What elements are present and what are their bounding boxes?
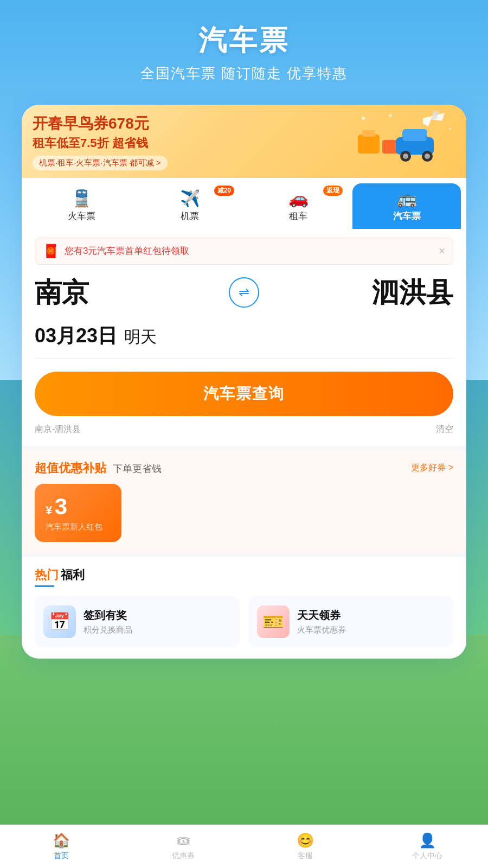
welfare-item-0[interactable]: 📅 签到有奖 积分兑换商品: [35, 596, 240, 648]
bottom-navigation: 🏠 首页 🎟 优惠券 😊 客服 👤 个人中心: [0, 825, 488, 868]
coupon-header: 超值优惠补贴 下单更省钱 更多好券 >: [35, 460, 453, 476]
coupon-header-left: 超值优惠补贴 下单更省钱: [35, 460, 162, 476]
welfare-item-desc-0: 积分兑换商品: [84, 625, 132, 635]
welfare-title: 福利: [61, 568, 85, 582]
red-packet-notice: 🧧 您有3元汽车票首单红包待领取 ×: [35, 238, 453, 265]
rental-badge: 返现: [323, 186, 343, 196]
welfare-item-text-0: 签到有奖 积分兑换商品: [84, 608, 132, 635]
tab-flight-label: 机票: [181, 210, 199, 222]
welfare-item-title-0: 签到有奖: [84, 608, 132, 623]
coupon-title: 超值优惠补贴: [35, 461, 106, 475]
date-label: 明天: [124, 328, 157, 346]
train-icon: 🚆: [72, 189, 92, 208]
tab-bus[interactable]: 🚌 汽车票: [352, 183, 461, 229]
tab-flight[interactable]: 减20 ✈️ 机票: [136, 183, 244, 229]
swap-cities-button[interactable]: ⇌: [229, 277, 259, 308]
nav-home-label: 首页: [54, 851, 69, 861]
home-icon: 🏠: [53, 832, 70, 849]
nav-profile-label: 个人中心: [412, 851, 442, 861]
svg-point-6: [403, 154, 408, 159]
coupon-desc: 汽车票新人红包: [46, 522, 102, 532]
welfare-section: 热门 福利 📅 签到有奖 积分兑换商品 🎫 天天领券 火车票优惠券: [22, 553, 466, 659]
search-history-row: 南京-泗洪县 清空: [35, 424, 453, 435]
close-notice-button[interactable]: ×: [439, 245, 445, 257]
nav-coupons-label: 优惠券: [172, 851, 195, 861]
svg-point-10: [449, 128, 451, 130]
history-text: 南京-泗洪县: [35, 424, 81, 435]
date-value: 03月23日: [35, 324, 117, 347]
svg-point-8: [425, 154, 430, 159]
coupon-subtitle: 下单更省钱: [113, 463, 162, 474]
arrival-city[interactable]: 泗洪县: [265, 275, 453, 311]
notice-text: 您有3元汽车票首单红包待领取: [65, 245, 439, 257]
welfare-title-group: 热门 福利: [35, 567, 85, 587]
nav-profile[interactable]: 👤 个人中心: [366, 825, 488, 868]
welfare-icon-0: 📅: [43, 605, 76, 638]
page-title: 汽车票: [0, 22, 488, 60]
main-card: 开春早鸟券678元 租车低至7.5折 超省钱 机票·租车·火车票·汽车票 都可减…: [22, 105, 466, 659]
nav-service-label: 客服: [298, 851, 313, 861]
search-form: 🧧 您有3元汽车票首单红包待领取 × 南京 ⇌ 泗洪县 03月23日 明天 汽车…: [22, 229, 466, 446]
svg-rect-0: [358, 135, 380, 154]
red-packet-icon: 🧧: [43, 244, 59, 259]
clear-history-button[interactable]: 清空: [436, 424, 453, 435]
page-header: 汽车票 全国汽车票 随订随走 优享特惠: [0, 0, 488, 88]
flight-badge: 减20: [214, 186, 234, 196]
coupons-icon: 🎟: [176, 832, 190, 849]
flight-icon: ✈️: [180, 189, 200, 208]
nav-home[interactable]: 🏠 首页: [0, 825, 122, 868]
tab-train-label: 火车票: [68, 210, 95, 222]
coupon-amount-row: ¥ 3: [46, 494, 67, 520]
profile-icon: 👤: [419, 832, 436, 849]
banner-illustration: [352, 107, 461, 164]
welfare-icon-1: 🎫: [257, 605, 290, 638]
coupon-section: 超值优惠补贴 下单更省钱 更多好券 > ¥ 3 汽车票新人红包: [22, 446, 466, 553]
coupon-prefix: ¥: [46, 503, 52, 517]
welfare-hot-label: 热门: [35, 568, 59, 582]
welfare-items-list: 📅 签到有奖 积分兑换商品 🎫 天天领券 火车票优惠券: [35, 596, 453, 648]
rental-icon: 🚗: [288, 189, 309, 208]
route-selector: 南京 ⇌ 泗洪县: [35, 275, 453, 311]
svg-rect-4: [402, 129, 427, 141]
svg-rect-1: [362, 130, 375, 137]
tab-rental[interactable]: 返现 🚗 租车: [244, 183, 352, 229]
date-selector[interactable]: 03月23日 明天: [35, 323, 453, 359]
swap-icon: ⇌: [239, 285, 249, 300]
service-icon: 😊: [297, 832, 314, 849]
promo-banner[interactable]: 开春早鸟券678元 租车低至7.5折 超省钱 机票·租车·火车票·汽车票 都可减…: [22, 105, 466, 178]
bus-icon: 🚌: [397, 189, 417, 208]
coupon-amount: 3: [55, 494, 67, 519]
banner-promo-text: 机票·租车·火车票·汽车票 都可减 >: [33, 156, 168, 170]
background-grass: [0, 635, 488, 825]
nav-coupons[interactable]: 🎟 优惠券: [122, 825, 244, 868]
departure-city[interactable]: 南京: [35, 275, 223, 311]
coupon-card-0[interactable]: ¥ 3 汽车票新人红包: [35, 484, 121, 542]
welfare-item-desc-1: 火车票优惠券: [297, 625, 346, 635]
search-button[interactable]: 汽车票查询: [35, 372, 453, 416]
tab-train[interactable]: 🚆 火车票: [27, 183, 136, 229]
welfare-item-1[interactable]: 🎫 天天领券 火车票优惠券: [248, 596, 453, 648]
welfare-item-title-1: 天天领券: [297, 608, 346, 623]
page-subtitle: 全国汽车票 随订随走 优享特惠: [0, 64, 488, 83]
svg-point-9: [362, 117, 365, 120]
welfare-item-text-1: 天天领券 火车票优惠券: [297, 608, 346, 635]
more-coupons-link[interactable]: 更多好券 >: [411, 462, 453, 474]
welfare-underline: [35, 585, 54, 587]
welfare-header: 热门 福利: [35, 567, 453, 587]
tab-rental-label: 租车: [289, 210, 307, 222]
service-tabs: 🚆 火车票 减20 ✈️ 机票 返现 🚗 租车 🚌 汽车票: [22, 178, 466, 229]
svg-point-11: [389, 114, 392, 117]
tab-bus-label: 汽车票: [393, 210, 421, 222]
nav-service[interactable]: 😊 客服: [244, 825, 366, 868]
